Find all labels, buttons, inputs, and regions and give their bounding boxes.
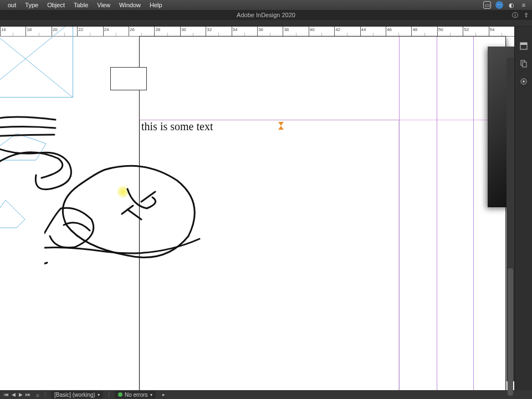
vertical-scrollbar[interactable] xyxy=(507,58,514,381)
app-titlebar: Adobe InDesign 2020 ⓘ ⇪ xyxy=(0,10,532,20)
svg-point-9 xyxy=(523,80,525,83)
pages-panel-icon[interactable] xyxy=(519,59,529,69)
menu-view[interactable]: View xyxy=(93,2,115,8)
open-dialog-icon[interactable]: ⌕ xyxy=(36,392,39,398)
lightbulb-icon[interactable]: ⓘ xyxy=(512,11,518,19)
macos-menubar[interactable]: out Type Object Table View Window Help ▭… xyxy=(0,0,532,10)
menu-table[interactable]: Table xyxy=(69,2,93,8)
chevron-down-icon: ▾ xyxy=(98,392,100,397)
workarea: 1618202224262830323436384042444648505254… xyxy=(0,27,532,390)
rect-frame[interactable] xyxy=(110,67,147,90)
preflight-menu-icon[interactable]: ▸ xyxy=(161,392,167,397)
app-title: Adobe InDesign 2020 xyxy=(237,12,295,18)
preflight-ok-icon xyxy=(118,392,122,397)
scrollbar-thumb[interactable] xyxy=(508,268,513,396)
tray-cc-icon[interactable]: ⋯ xyxy=(494,0,504,10)
svg-rect-7 xyxy=(523,62,526,67)
properties-panel-icon[interactable] xyxy=(519,41,529,51)
chevron-down-icon: ▾ xyxy=(150,392,152,397)
cc-libraries-icon[interactable] xyxy=(519,76,529,86)
svg-line-1 xyxy=(0,27,73,97)
svg-line-0 xyxy=(0,27,73,97)
svg-rect-5 xyxy=(520,43,527,45)
text-frame-content: this is some text xyxy=(141,120,213,132)
separator xyxy=(109,392,109,397)
preflight-status[interactable]: No errors ▾ xyxy=(115,391,156,398)
text-frame[interactable]: this is some text xyxy=(140,120,284,134)
share-icon[interactable]: ⇪ xyxy=(524,12,529,19)
tray-siri-icon[interactable]: ≡ xyxy=(519,0,529,10)
right-panel-rail[interactable] xyxy=(514,27,532,390)
doc-status-label: [Basic] (working) xyxy=(54,392,95,398)
menu-type[interactable]: Type xyxy=(21,2,43,8)
freehand-scribble-2[interactable] xyxy=(44,158,211,269)
menu-object[interactable]: Object xyxy=(43,2,69,8)
control-strip[interactable] xyxy=(0,20,532,27)
last-page-icon[interactable]: ⏭ xyxy=(25,392,30,397)
next-page-icon[interactable]: ▶ xyxy=(18,392,23,397)
tray-display-icon[interactable]: ▭ xyxy=(482,0,492,10)
guide-vertical-3[interactable] xyxy=(473,37,474,390)
doc-status-dropdown[interactable]: [Basic] (working) ▾ xyxy=(51,391,103,398)
prev-page-icon[interactable]: ◀ xyxy=(11,392,16,397)
guide-vertical[interactable] xyxy=(399,37,400,390)
empty-graphic-frame[interactable] xyxy=(0,27,73,98)
page-navigator[interactable]: ⏮ ◀ ▶ ⏭ xyxy=(3,392,30,397)
menu-window[interactable]: Window xyxy=(115,2,145,8)
separator xyxy=(45,392,45,397)
menu-out[interactable]: out xyxy=(3,2,21,8)
statusbar: ⏮ ◀ ▶ ⏭ ⌕ [Basic] (working) ▾ No errors … xyxy=(0,390,532,399)
first-page-icon[interactable]: ⏮ xyxy=(3,392,9,397)
column-break-marker-icon xyxy=(278,122,284,130)
preflight-label: No errors xyxy=(125,392,148,398)
tray-sync-icon[interactable]: ◐ xyxy=(507,0,516,10)
menu-help[interactable]: Help xyxy=(145,2,167,8)
ruler-horizontal[interactable]: 1618202224262830323436384042444648505254… xyxy=(0,27,514,37)
pasteboard[interactable]: this is some text xyxy=(0,37,514,390)
canvas[interactable]: 1618202224262830323436384042444648505254… xyxy=(0,27,514,390)
guide-vertical-2[interactable] xyxy=(437,37,437,390)
